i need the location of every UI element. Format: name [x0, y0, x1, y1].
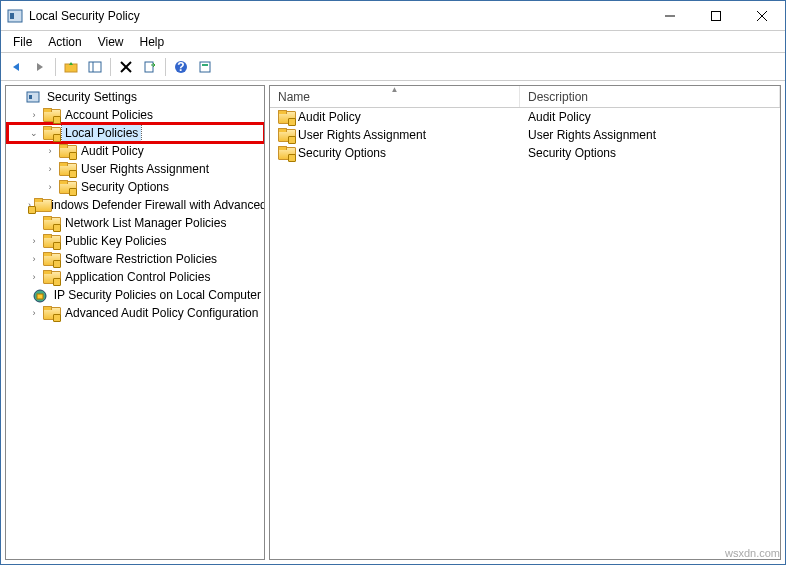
list-item[interactable]: Audit PolicyAudit Policy	[270, 108, 780, 126]
tree-item-label: Application Control Policies	[62, 269, 213, 285]
tree-item[interactable]: IP Security Policies on Local Computer	[8, 286, 264, 304]
tree-item-label: IP Security Policies on Local Computer	[51, 287, 264, 303]
svg-rect-11	[145, 62, 153, 72]
forward-button[interactable]	[29, 56, 51, 78]
up-level-button[interactable]	[60, 56, 82, 78]
ipsec-icon	[32, 288, 48, 302]
list-item[interactable]: User Rights AssignmentUser Rights Assign…	[270, 126, 780, 144]
expander-icon[interactable]: ›	[44, 164, 56, 174]
list-body: Audit PolicyAudit PolicyUser Rights Assi…	[270, 108, 780, 559]
folder-lock-icon	[43, 306, 59, 320]
tree-item-label: Software Restriction Policies	[62, 251, 220, 267]
folder-lock-icon	[43, 216, 59, 230]
folder-lock-icon	[43, 126, 59, 140]
tree-item[interactable]: ›Application Control Policies	[8, 268, 264, 286]
tree-item-label: Advanced Audit Policy Configuration	[62, 305, 261, 321]
window-title: Local Security Policy	[29, 9, 647, 23]
app-icon	[7, 8, 23, 24]
tree-item[interactable]: ›Software Restriction Policies	[8, 250, 264, 268]
svg-rect-17	[29, 95, 32, 99]
expander-icon[interactable]: ›	[28, 236, 40, 246]
menubar: File Action View Help	[1, 31, 785, 53]
list-cell-description: Audit Policy	[520, 110, 780, 124]
delete-button[interactable]	[115, 56, 137, 78]
svg-rect-15	[202, 64, 208, 66]
help-button[interactable]: ?	[170, 56, 192, 78]
back-arrow-icon	[9, 60, 23, 74]
folder-lock-icon	[59, 162, 75, 176]
tree-item[interactable]: Network List Manager Policies	[8, 214, 264, 232]
export-list-icon	[143, 60, 157, 74]
toolbar-separator	[165, 58, 166, 76]
tree-pane[interactable]: Security Settings ›Account Policies⌄Loca…	[5, 85, 265, 560]
folder-lock-icon	[278, 128, 294, 142]
tree-item-label: User Rights Assignment	[78, 161, 212, 177]
folder-lock-icon	[278, 110, 294, 124]
export-list-button[interactable]	[139, 56, 161, 78]
tree-item-label: Security Options	[78, 179, 172, 195]
help-icon: ?	[174, 60, 188, 74]
tree-item[interactable]: ›Advanced Audit Policy Configuration	[8, 304, 264, 322]
watermark: wsxdn.com	[725, 547, 780, 559]
expander-icon[interactable]: ⌄	[28, 128, 40, 138]
expander-icon[interactable]: ›	[28, 110, 40, 120]
expander-icon[interactable]: ›	[28, 272, 40, 282]
security-settings-tree: Security Settings ›Account Policies⌄Loca…	[6, 86, 264, 324]
svg-text:?: ?	[177, 60, 184, 74]
expander-icon[interactable]: ›	[28, 308, 40, 318]
folder-up-icon	[64, 60, 78, 74]
tree-item[interactable]: ⌄Local Policies	[8, 124, 264, 142]
close-icon	[757, 11, 767, 21]
svg-rect-1	[10, 13, 14, 19]
folder-lock-icon	[43, 234, 59, 248]
tree-root[interactable]: Security Settings	[8, 88, 264, 106]
folder-lock-icon	[43, 108, 59, 122]
folder-lock-icon	[59, 144, 75, 158]
list-cell-name: Audit Policy	[270, 110, 520, 124]
folder-lock-icon	[59, 180, 75, 194]
back-button[interactable]	[5, 56, 27, 78]
tree-item[interactable]: ›Security Options	[8, 178, 264, 196]
security-settings-icon	[25, 89, 41, 105]
tree-item[interactable]: ›User Rights Assignment	[8, 160, 264, 178]
refresh-icon	[198, 60, 212, 74]
tree-item[interactable]: ›Windows Defender Firewall with Advanced…	[8, 196, 264, 214]
toolbar-separator	[55, 58, 56, 76]
column-header-name[interactable]: Name ▲	[270, 86, 520, 107]
delete-x-icon	[120, 61, 132, 73]
menu-action[interactable]: Action	[40, 33, 89, 51]
sort-up-icon: ▲	[391, 85, 399, 94]
tree-root-label: Security Settings	[44, 89, 140, 105]
svg-rect-3	[712, 11, 721, 20]
menu-help[interactable]: Help	[132, 33, 173, 51]
svg-rect-14	[200, 62, 210, 72]
show-tree-button[interactable]	[84, 56, 106, 78]
column-name-label: Name	[278, 90, 310, 104]
toolbar-separator	[110, 58, 111, 76]
expander-icon[interactable]: ›	[44, 182, 56, 192]
close-button[interactable]	[739, 1, 785, 31]
expander-icon[interactable]: ›	[44, 146, 56, 156]
list-cell-name: Security Options	[270, 146, 520, 160]
list-cell-description: User Rights Assignment	[520, 128, 780, 142]
menu-file[interactable]: File	[5, 33, 40, 51]
toolbar: ?	[1, 53, 785, 81]
svg-rect-7	[89, 62, 101, 72]
window-controls	[647, 1, 785, 31]
column-description-label: Description	[528, 90, 588, 104]
menu-view[interactable]: View	[90, 33, 132, 51]
tree-item-label: Network List Manager Policies	[62, 215, 229, 231]
tree-item[interactable]: ›Public Key Policies	[8, 232, 264, 250]
list-item[interactable]: Security OptionsSecurity Options	[270, 144, 780, 162]
tree-item-label: Account Policies	[62, 107, 156, 123]
maximize-button[interactable]	[693, 1, 739, 31]
tree-item-label: Local Policies	[62, 125, 141, 141]
minimize-button[interactable]	[647, 1, 693, 31]
tree-item-label: Public Key Policies	[62, 233, 169, 249]
column-header-description[interactable]: Description	[520, 86, 780, 107]
svg-rect-16	[27, 92, 39, 102]
tree-item[interactable]: ›Audit Policy	[8, 142, 264, 160]
expander-icon[interactable]: ›	[28, 254, 40, 264]
tree-item[interactable]: ›Account Policies	[8, 106, 264, 124]
refresh-button[interactable]	[194, 56, 216, 78]
